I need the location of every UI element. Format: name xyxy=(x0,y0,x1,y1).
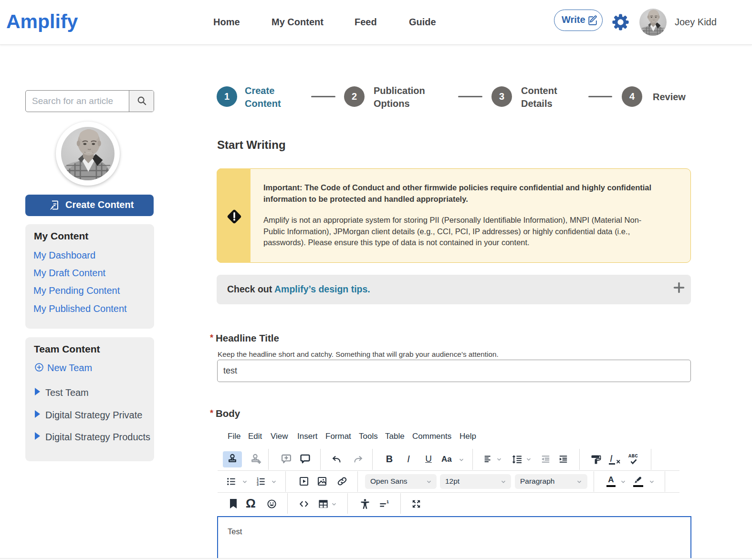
svg-text:1: 1 xyxy=(386,499,389,504)
svg-text:3: 3 xyxy=(257,483,259,487)
